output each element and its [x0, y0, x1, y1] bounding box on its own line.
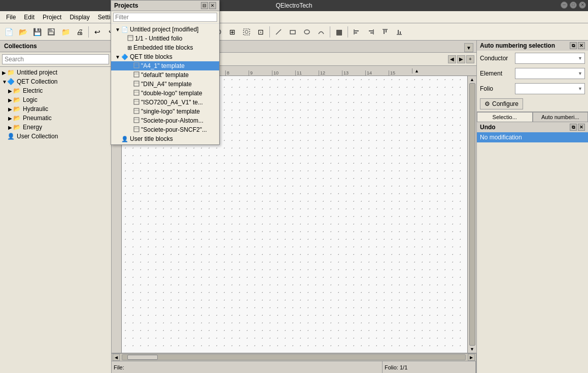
toolbar-save[interactable]: 💾 [30, 25, 44, 39]
toolbar-rect[interactable] [286, 25, 299, 39]
undo-float-btn[interactable]: ⧉ [570, 124, 577, 131]
pt-item-iso7200-template[interactable]: "ISO7200_A4_V1" te... [111, 98, 219, 107]
conductor-label: Conductor [480, 55, 513, 62]
toolbar-align-right[interactable] [364, 25, 377, 39]
tree-item-energy[interactable]: ▶ 📂 Energy [0, 123, 111, 132]
toolbar-print[interactable]: 🖨 [73, 25, 86, 39]
pt-item-embedded-title-blocks[interactable]: ⊞ Embedded title blocks [111, 43, 219, 52]
ruler-tick: 11 [295, 70, 319, 76]
pt-item-a4-1-template[interactable]: "A4_1" template [111, 61, 219, 70]
toolbar-line[interactable] [272, 25, 285, 39]
pt-item-default-template[interactable]: "default" template [111, 70, 219, 80]
toolbar-new[interactable]: 📄 [2, 25, 15, 39]
scrollbar-horizontal[interactable]: ◀ ▶ [112, 353, 476, 361]
pt-item-double-logo-template[interactable]: "double-logo" template [111, 89, 219, 98]
scrollbar-vertical[interactable]: ▲ ▼ [467, 76, 476, 353]
tree-item-electric[interactable]: ▶ 📂 Electric [0, 86, 111, 95]
menu-display[interactable]: Display [65, 13, 93, 22]
configure-icon: ⚙ [485, 100, 490, 107]
tree-item-untitled-project[interactable]: ▶ 📁 Untitled project [0, 68, 111, 77]
projects-filter-input[interactable] [113, 13, 217, 22]
scrollbar-track-h[interactable] [122, 354, 466, 360]
arrow-icon: ▶ [8, 88, 13, 94]
conductor-combo[interactable]: ▼ [515, 53, 585, 64]
maximize-button[interactable]: □ [570, 2, 577, 9]
pt-item-societe-sncf[interactable]: "Societe-pour-SNCF2"... [111, 125, 219, 134]
pt-item-din-a4-template[interactable]: "DIN_A4" template [111, 80, 219, 89]
folio-scroll-right[interactable]: ▶ [457, 55, 465, 63]
pt-label: "A4_1" template [141, 62, 185, 69]
tab-selection[interactable]: Selectio... [477, 112, 533, 122]
scroll-left-btn[interactable]: ◀ [113, 354, 120, 361]
tree-item-hydraulic[interactable]: ▶ 📂 Hydraulic [0, 104, 111, 114]
folio-scroll-left[interactable]: ◀ [448, 55, 456, 63]
svg-rect-31 [134, 81, 139, 86]
toolbar-zoom-region[interactable]: ⊡ [254, 25, 267, 39]
menu-file[interactable]: File [2, 13, 20, 22]
toolbar-align-left[interactable] [350, 25, 363, 39]
svg-rect-13 [355, 32, 357, 33]
minimize-button[interactable]: ─ [561, 2, 568, 9]
svg-rect-37 [134, 108, 139, 114]
undo-close-btn[interactable]: ✕ [578, 124, 585, 131]
tab-auto-numbering[interactable]: Auto numberi... [533, 112, 589, 122]
svg-rect-3 [52, 29, 53, 30]
folio-combo[interactable]: ▼ [515, 83, 585, 94]
window-controls[interactable]: ─ □ ✕ [561, 2, 586, 9]
scroll-down-btn[interactable]: ▼ [470, 347, 474, 352]
projects-panel-close[interactable]: ✕ [209, 2, 216, 9]
svg-rect-15 [369, 30, 373, 31]
undo-item[interactable]: No modification [477, 132, 588, 142]
ruler-tick: 14 [365, 70, 389, 76]
pt-item-folio[interactable]: 1/1 - Untitled folio [111, 34, 219, 43]
pt-arrow: ▼ [115, 27, 121, 32]
tree-item-qet-collection[interactable]: ▼ 🔷 QET Collection [0, 77, 111, 86]
pt-item-single-logo-template[interactable]: "single-logo" template [111, 107, 219, 116]
svg-rect-27 [134, 63, 139, 68]
scroll-right-btn[interactable]: ▶ [468, 354, 475, 361]
canvas-scroll-up[interactable]: ▲ [412, 68, 421, 73]
folio-maximize-btn[interactable]: ▼ [464, 43, 473, 52]
tree-item-logic[interactable]: ▶ 📂 Logic [0, 95, 111, 104]
pt-item-societe-alstom[interactable]: "Societe-pour-Alstom... [111, 116, 219, 125]
toolbar-zoom-fit[interactable] [240, 25, 253, 39]
tree-label: User Collection [17, 133, 58, 140]
pt-item-untitled-project[interactable]: ▼ 📄 Untitled project [modified] [111, 25, 219, 34]
toolbar-undo[interactable]: ↩ [91, 25, 104, 39]
configure-button[interactable]: ⚙ Configure [480, 98, 523, 109]
pt-item-user-title-blocks[interactable]: 👤 User title blocks [111, 134, 219, 143]
projects-panel-minimize[interactable]: ⊟ [201, 2, 208, 9]
toolbar-grid[interactable]: ⊞ [226, 25, 239, 39]
toolbar-open[interactable]: 📂 [16, 25, 29, 39]
pt-label: "ISO7200_A4_V1" te... [141, 99, 203, 106]
tree-item-user-collection[interactable]: 👤 User Collection [0, 132, 111, 141]
menu-project[interactable]: Project [39, 13, 65, 22]
panel-float-btn[interactable]: ⧉ [570, 42, 577, 49]
tree-label: Hydraulic [23, 105, 48, 113]
panel-close-btn[interactable]: ✕ [578, 42, 585, 49]
projects-panel-header[interactable]: Projects ⊟ ✕ [111, 1, 219, 11]
status-file: File: [112, 361, 383, 373]
scroll-up-btn[interactable]: ▲ [470, 77, 474, 82]
pt-label: "Societe-pour-SNCF2"... [141, 126, 207, 133]
selection-tabs: Selectio... Auto numberi... [477, 112, 588, 122]
toolbar-open-folder[interactable]: 📁 [59, 25, 72, 39]
toolbar-save-as[interactable] [45, 25, 58, 39]
scrollbar-thumb-v[interactable] [469, 83, 475, 346]
pt-label: "single-logo" template [141, 108, 200, 115]
close-button[interactable]: ✕ [579, 2, 586, 9]
folio-add[interactable]: + [466, 55, 474, 63]
toolbar-folio-icon[interactable]: ▦ [332, 25, 345, 39]
toolbar-align-top[interactable] [378, 25, 392, 39]
search-input[interactable] [2, 54, 109, 64]
toolbar-align-bottom[interactable] [393, 25, 406, 39]
pt-item-qet-title-blocks[interactable]: ▼ 🔷 QET title blocks [111, 52, 219, 61]
status-folio: Folio: 1/1 [383, 361, 476, 373]
toolbar-arc[interactable] [315, 25, 328, 39]
tree-item-pneumatic[interactable]: ▶ 📂 Pneumatic [0, 114, 111, 123]
menu-edit[interactable]: Edit [20, 13, 39, 22]
element-combo[interactable]: ▼ [515, 68, 585, 79]
svg-rect-41 [134, 127, 139, 132]
scrollbar-thumb-h[interactable] [127, 355, 158, 360]
toolbar-ellipse[interactable] [300, 25, 314, 39]
